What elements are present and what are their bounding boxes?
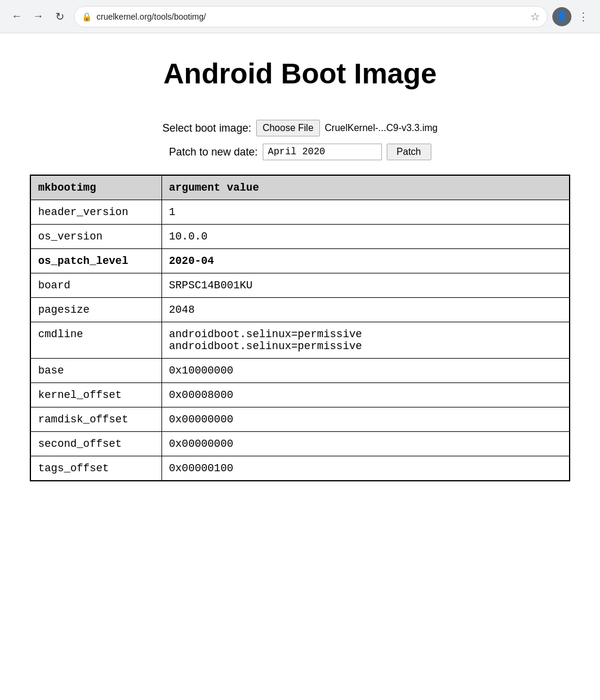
table-row: os_version10.0.0 — [30, 225, 570, 249]
table-cell-key: os_version — [30, 225, 161, 249]
table-cell-key: board — [30, 273, 161, 298]
table-cell-key: second_offset — [30, 432, 161, 456]
table-cell-value: 1 — [161, 200, 570, 225]
browser-chrome: ← → ↻ 🔒 cruelkernel.org/tools/bootimg/ ☆… — [0, 0, 600, 33]
patch-label: Patch to new date: — [169, 146, 257, 158]
table-cell-key: pagesize — [30, 298, 161, 322]
url-text: cruelkernel.org/tools/bootimg/ — [97, 12, 526, 21]
controls-section: Select boot image: Choose File CruelKern… — [30, 120, 570, 160]
forward-button[interactable]: → — [29, 7, 48, 26]
back-button[interactable]: ← — [7, 7, 26, 26]
table-cell-value: 2048 — [161, 298, 570, 322]
patch-button[interactable]: Patch — [387, 144, 431, 160]
table-row: boardSRPSC14B001KU — [30, 273, 570, 298]
table-row: header_version1 — [30, 200, 570, 225]
page-title: Android Boot Image — [30, 57, 570, 90]
table-row: second_offset0x00000000 — [30, 432, 570, 456]
table-row: tags_offset0x00000100 — [30, 456, 570, 481]
table-row: base0x10000000 — [30, 359, 570, 383]
table-row: os_patch_level2020-04 — [30, 249, 570, 273]
table-row: kernel_offset0x00008000 — [30, 383, 570, 407]
address-bar[interactable]: 🔒 cruelkernel.org/tools/bootimg/ ☆ — [74, 6, 548, 27]
table-cell-key: header_version — [30, 200, 161, 225]
table-cell-key: ramdisk_offset — [30, 407, 161, 432]
patch-row: Patch to new date: Patch — [30, 144, 570, 160]
table-row: ramdisk_offset0x00000000 — [30, 407, 570, 432]
file-select-label: Select boot image: — [163, 122, 251, 135]
nav-buttons: ← → ↻ — [7, 7, 69, 26]
table-cell-key: tags_offset — [30, 456, 161, 481]
data-table: mkbootimg argument value header_version1… — [30, 175, 570, 481]
lock-icon: 🔒 — [82, 12, 92, 21]
table-cell-value: androidboot.selinux=permissiveandroidboo… — [161, 322, 570, 359]
reload-button[interactable]: ↻ — [50, 7, 69, 26]
col2-header: argument value — [161, 175, 570, 200]
table-cell-value: 0x00000000 — [161, 432, 570, 456]
table-cell-key: os_patch_level — [30, 249, 161, 273]
table-cell-key: cmdline — [30, 322, 161, 359]
table-cell-value: 10.0.0 — [161, 225, 570, 249]
browser-icons: 👤 ⋮ — [552, 7, 593, 26]
table-cell-key: kernel_offset — [30, 383, 161, 407]
col1-header: mkbootimg — [30, 175, 161, 200]
selected-file-name: CruelKernel-...C9-v3.3.img — [325, 123, 437, 133]
table-cell-value: 0x00008000 — [161, 383, 570, 407]
table-cell-value: 0x00000000 — [161, 407, 570, 432]
page-content: Android Boot Image Select boot image: Ch… — [0, 33, 600, 511]
patch-date-input[interactable] — [263, 144, 382, 160]
table-cell-key: base — [30, 359, 161, 383]
avatar-icon[interactable]: 👤 — [552, 7, 571, 26]
table-row: pagesize2048 — [30, 298, 570, 322]
choose-file-button[interactable]: Choose File — [256, 120, 320, 136]
table-row: cmdlineandroidboot.selinux=permissiveand… — [30, 322, 570, 359]
table-cell-value: SRPSC14B001KU — [161, 273, 570, 298]
more-menu-button[interactable]: ⋮ — [574, 7, 593, 26]
table-cell-value: 0x00000100 — [161, 456, 570, 481]
table-cell-value: 2020-04 — [161, 249, 570, 273]
star-button[interactable]: ☆ — [530, 10, 540, 23]
file-select-row: Select boot image: Choose File CruelKern… — [30, 120, 570, 136]
table-cell-value: 0x10000000 — [161, 359, 570, 383]
